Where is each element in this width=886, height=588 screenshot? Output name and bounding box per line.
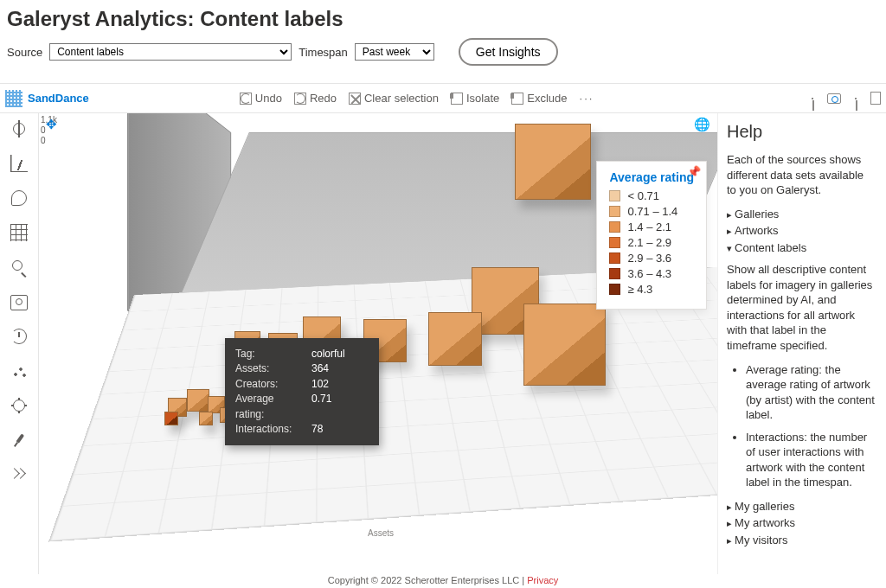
legend-pin-icon[interactable]: 📌 (687, 165, 701, 178)
sanddance-brand: SandDance (5, 90, 89, 107)
new-doc-icon[interactable] (870, 92, 881, 105)
help-bullet-int: Interactions: the number of user interac… (746, 430, 876, 490)
clear-selection-button[interactable]: Clear selection (349, 92, 439, 105)
help-section-artworks[interactable]: Artworks (727, 223, 876, 239)
legend-item[interactable]: 2.9 – 3.6 (609, 252, 694, 265)
color-legend: 📌 Average rating < 0.710.71 – 1.41.4 – 2… (596, 161, 707, 310)
exclude-button[interactable]: Exclude (511, 92, 567, 105)
expand-icon[interactable] (10, 466, 28, 483)
filter-out-icon (511, 93, 523, 105)
filter-icon (451, 93, 463, 105)
chart-type-icon[interactable] (10, 155, 28, 172)
help-section-galleries[interactable]: Galleries (727, 207, 876, 222)
history-icon[interactable] (10, 328, 28, 345)
legend-title: Average rating (609, 170, 694, 184)
orbit-icon[interactable]: ✥ (46, 117, 57, 132)
legend-item[interactable]: 2.1 – 2.9 (609, 236, 694, 249)
globe-icon[interactable]: 🌐 (694, 117, 710, 132)
help-section-my-galleries[interactable]: My galleries (727, 499, 876, 514)
more-button[interactable]: ··· (580, 92, 594, 105)
help-bullet-avg: Average rating: the average rating of ar… (746, 362, 876, 423)
data-cube[interactable] (164, 412, 178, 425)
data-grid-icon[interactable] (10, 224, 28, 241)
timespan-select[interactable]: Past week (355, 43, 434, 61)
help-intro: Each of the sources shows different data… (727, 152, 876, 198)
recenter-icon[interactable] (10, 120, 28, 137)
datapoint-tooltip: Tag:colorfulAssets:364Creators:102Averag… (225, 338, 379, 445)
legend-item[interactable]: ≥ 4.3 (609, 283, 694, 296)
help-heading: Help (727, 120, 876, 144)
timespan-label: Timespan (299, 46, 348, 59)
search-icon[interactable] (10, 259, 28, 276)
first-icon[interactable] (812, 98, 813, 99)
get-insights-button[interactable]: Get Insights (459, 38, 558, 66)
help-panel: Help Each of the sources shows different… (717, 113, 886, 574)
sanddance-brand-label: SandDance (28, 92, 89, 105)
data-cube[interactable] (199, 412, 213, 425)
settings-icon[interactable] (10, 397, 28, 414)
help-section-content-labels[interactable]: Content labels Show all descriptive cont… (727, 240, 876, 490)
last-icon[interactable] (855, 98, 857, 99)
scatter-icon[interactable] (10, 362, 28, 380)
close-icon (349, 93, 361, 105)
help-section-my-artworks[interactable]: My artworks (727, 515, 876, 531)
sanddance-toolbar: SandDance Undo Redo Clear selection Isol… (0, 84, 886, 113)
data-cube[interactable] (523, 304, 606, 386)
chart-canvas[interactable]: 1.1k 0 0 ✥ 🌐 (39, 113, 717, 574)
left-tool-rail (0, 113, 39, 574)
camera-icon[interactable] (10, 293, 28, 310)
privacy-link[interactable]: Privacy (527, 575, 558, 585)
source-select[interactable]: Content labels (49, 43, 292, 61)
undo-icon (240, 93, 252, 105)
sanddance-logo-icon (5, 90, 22, 107)
redo-button[interactable]: Redo (294, 92, 337, 105)
isolate-button[interactable]: Isolate (451, 92, 499, 105)
x-axis-label: Assets (368, 528, 394, 538)
legend-item[interactable]: 1.4 – 2.1 (609, 220, 694, 233)
legend-item[interactable]: 0.71 – 1.4 (609, 205, 694, 218)
data-cube[interactable] (515, 124, 591, 200)
data-cube[interactable] (187, 389, 209, 412)
page-title: Galeryst Analytics: Content labels (7, 7, 886, 31)
source-label: Source (7, 46, 42, 59)
help-section-my-visitors[interactable]: My visitors (727, 533, 876, 548)
undo-button[interactable]: Undo (240, 92, 282, 105)
pin-icon[interactable] (7, 428, 31, 452)
data-cube[interactable] (428, 312, 482, 366)
redo-icon (294, 93, 306, 105)
snapshot-icon[interactable] (827, 93, 841, 104)
legend-item[interactable]: < 0.71 (609, 189, 694, 202)
help-content-desc: Show all descriptive content labels for … (727, 262, 876, 353)
color-icon[interactable] (10, 189, 28, 207)
page-footer: Copyright © 2022 Scherotter Enterprises … (0, 574, 886, 588)
legend-item[interactable]: 3.6 – 4.3 (609, 267, 694, 280)
